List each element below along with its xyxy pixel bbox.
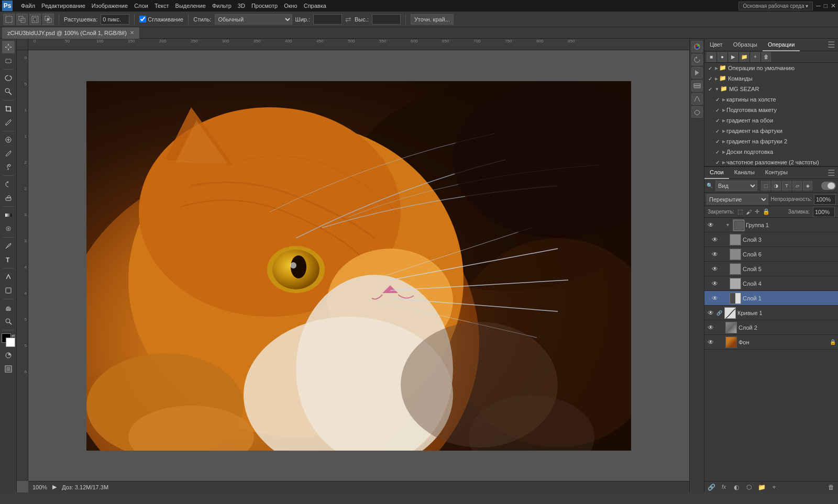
ops-play-btn[interactable]: ▶ [729, 52, 738, 62]
fill-input[interactable] [813, 207, 835, 217]
ops-stop-btn[interactable]: ■ [707, 52, 716, 62]
tab-operations[interactable]: Операции [763, 39, 800, 51]
shape-tool[interactable] [2, 284, 15, 297]
swap-dimensions-icon[interactable]: ⇄ [345, 15, 351, 24]
history-brush-tool[interactable] [2, 178, 15, 191]
layer-group1[interactable]: 👁 ▼ Группа 1 [704, 218, 838, 232]
opacity-input[interactable] [814, 194, 836, 205]
ops-eye-3[interactable]: ✓ [707, 85, 714, 93]
layer-item-4[interactable]: 👁 Слой 4 [704, 276, 838, 291]
filter-text-btn[interactable]: T [782, 181, 791, 191]
feather-input[interactable] [101, 14, 129, 25]
clone-stamp-tool[interactable] [2, 161, 15, 173]
ops-new-action-btn[interactable]: + [751, 52, 760, 62]
ops-item-6[interactable]: ✓ ▶ градиент на обои [704, 115, 838, 126]
menu-3d[interactable]: 3D [238, 3, 245, 9]
antialiasing-checkbox[interactable] [139, 16, 146, 23]
eyedropper-tool[interactable] [2, 116, 15, 129]
ops-eye-2[interactable]: ✓ [707, 75, 714, 82]
height-input[interactable] [372, 14, 401, 25]
layer-eye-4[interactable]: 👁 [711, 279, 719, 288]
status-arrow[interactable]: ▶ [52, 484, 57, 490]
ops-eye-1[interactable]: ✓ [707, 64, 714, 72]
new-layer-btn[interactable]: + [769, 483, 779, 492]
gradient-tool[interactable] [2, 209, 15, 221]
history-panel-icon[interactable] [691, 54, 703, 65]
blur-tool[interactable] [2, 222, 15, 235]
zoom-tool[interactable] [2, 315, 15, 328]
intersect-selection-btn[interactable] [42, 14, 54, 25]
tab-color[interactable]: Цвет [704, 39, 728, 51]
ops-item-8[interactable]: ✓ ▶ градиент на фартуки 2 [704, 136, 838, 147]
layer-eye-5[interactable]: 👁 [711, 265, 719, 273]
menu-select[interactable]: Выделение [175, 3, 206, 9]
menu-file[interactable]: Файл [21, 3, 35, 9]
layer-item-1[interactable]: 👁 Слой 1 [704, 291, 838, 306]
background-color[interactable] [6, 338, 15, 347]
eraser-tool[interactable] [2, 192, 15, 204]
menu-image[interactable]: Изображение [92, 3, 128, 9]
swap-colors-icon[interactable]: ⇄ [12, 333, 15, 338]
width-input[interactable] [313, 14, 342, 25]
ops-record-btn[interactable]: ● [718, 52, 727, 62]
layer-eye-6[interactable]: 👁 [711, 250, 719, 259]
menu-view[interactable]: Просмотр [251, 3, 278, 9]
add-to-selection-btn[interactable] [16, 14, 28, 25]
document-tab[interactable]: zCHU3bIdUJY.psd @ 100% (Слой 1, RGB/8#) … [2, 27, 140, 39]
layer-curves-1[interactable]: 👁 🔗 Кривые 1 [704, 306, 838, 320]
tab-channels[interactable]: Каналы [729, 166, 760, 179]
close-doc-tab[interactable]: ✕ [130, 30, 134, 36]
minimize-btn[interactable]: ─ [816, 2, 821, 9]
tab-contours[interactable]: Контуры [760, 166, 793, 179]
lock-transparent-icon[interactable]: ⬚ [737, 208, 743, 215]
add-mask-btn[interactable]: ◐ [732, 483, 741, 492]
lasso-tool[interactable] [2, 72, 15, 84]
color-panel-icon[interactable] [691, 41, 703, 52]
new-fill-layer-btn[interactable]: ⬡ [744, 483, 754, 492]
layer-item-3[interactable]: 👁 Слой 3 [704, 232, 838, 247]
path-selection-tool[interactable] [2, 271, 15, 283]
menu-edit[interactable]: Редактирование [41, 3, 85, 9]
ops-delete-btn[interactable]: 🗑 [762, 52, 771, 62]
layer-item-6[interactable]: 👁 Слой 6 [704, 247, 838, 262]
ops-item-commands[interactable]: ✓ ▶ 📁 Команды [704, 73, 838, 84]
layer-item-2[interactable]: 👁 Слой 2 [704, 320, 838, 335]
move-tool[interactable] [2, 41, 15, 53]
layers-filter-toggle[interactable] [821, 182, 836, 190]
filter-type-select[interactable]: Вид Имя Эффект [715, 181, 757, 191]
filter-pixel-btn[interactable]: ⬚ [761, 181, 770, 191]
style-select[interactable]: Обычный Фиксированное соотн. Фиксированн… [215, 14, 292, 25]
healing-brush-tool[interactable] [2, 133, 15, 146]
ops-eye-6[interactable]: ✓ [714, 117, 721, 124]
ops-new-set-btn[interactable]: 📁 [740, 52, 749, 62]
ops-eye-10[interactable]: ✓ [714, 159, 721, 166]
menu-filter[interactable]: Фильтр [212, 3, 231, 9]
layer-item-5[interactable]: 👁 Слой 5 [704, 262, 838, 276]
crop-tool[interactable] [2, 103, 15, 115]
filter-smart-btn[interactable]: ◈ [803, 181, 812, 191]
canvas-content[interactable] [28, 50, 689, 481]
hand-tool[interactable] [2, 301, 15, 314]
layer-background[interactable]: 👁 Фон 🔒 [704, 335, 838, 350]
layer-eye-group1[interactable]: 👁 [707, 221, 715, 229]
menu-window[interactable]: Окно [284, 3, 297, 9]
menu-text[interactable]: Текст [155, 3, 169, 9]
filter-adj-btn[interactable]: ◑ [771, 181, 781, 191]
layers-panel-options[interactable]: ☰ [828, 168, 838, 178]
layer-eye-3[interactable]: 👁 [711, 236, 719, 244]
lock-all-icon[interactable]: 🔒 [763, 208, 770, 215]
lock-position-icon[interactable]: ✛ [755, 208, 759, 215]
workspace-label[interactable]: Основная рабочая среда ▾ [738, 2, 813, 10]
ops-item-7[interactable]: ✓ ▶ градиент на фартуки [704, 126, 838, 136]
maximize-btn[interactable]: □ [824, 2, 828, 9]
ops-item-4[interactable]: ✓ ▶ картины на холсте [704, 94, 838, 105]
group-expand-arrow[interactable]: ▼ [725, 222, 730, 228]
layer-chain-icon[interactable]: 🔗 [716, 310, 722, 316]
marquee-options-btn[interactable] [3, 14, 15, 25]
ops-eye-5[interactable]: ✓ [714, 106, 721, 114]
add-style-btn[interactable]: fx [719, 483, 729, 492]
tab-layers[interactable]: Слои [704, 166, 729, 179]
menu-help[interactable]: Справка [304, 3, 326, 9]
ops-item-10[interactable]: ✓ ▶ частотное разложение (2 частоты) [704, 157, 838, 166]
layer-eye-1[interactable]: 👁 [711, 294, 719, 303]
